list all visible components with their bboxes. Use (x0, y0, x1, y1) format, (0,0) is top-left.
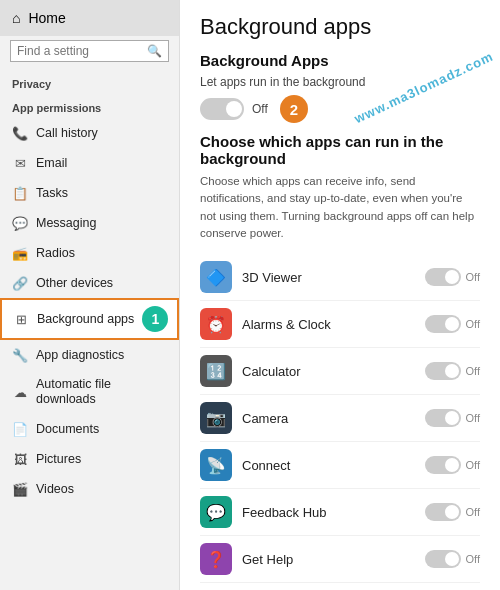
app-toggle-feedback-hub: Off (425, 503, 480, 521)
app-toggle-alarms-clock: Off (425, 315, 480, 333)
app-icon-camera: 📷 (200, 402, 232, 434)
sidebar-item-tasks-label: Tasks (36, 186, 68, 200)
main-toggle-row: Off 2 (200, 95, 480, 123)
page-title: Background apps (200, 14, 480, 40)
let-apps-label: Let apps run in the background (200, 75, 480, 89)
sidebar: ⌂ Home 🔍 Privacy App permissions 📞 Call … (0, 0, 180, 590)
search-input[interactable] (17, 44, 143, 58)
mini-toggle-calculator[interactable] (425, 362, 461, 380)
email-icon: ✉ (12, 155, 28, 171)
camera-icon: 📷 (206, 409, 226, 428)
videos-icon: 🎬 (12, 481, 28, 497)
alarms-clock-icon: ⏰ (206, 315, 226, 334)
app-icon-3d-viewer: 🔷 (200, 261, 232, 293)
search-icon: 🔍 (147, 44, 162, 58)
privacy-section-label: Privacy (0, 70, 179, 94)
app-toggle-camera: Off (425, 409, 480, 427)
app-name-calculator: Calculator (242, 364, 415, 379)
app-toggle-label-camera: Off (466, 412, 480, 424)
sidebar-item-background-apps-label: Background apps (37, 312, 134, 326)
app-row-groove-music: 🎵 Groove Music Off (200, 583, 480, 590)
app-row-camera: 📷 Camera Off (200, 395, 480, 442)
connect-icon: 📡 (206, 456, 226, 475)
app-name-connect: Connect (242, 458, 415, 473)
tasks-icon: 📋 (12, 185, 28, 201)
app-toggle-connect: Off (425, 456, 480, 474)
app-toggle-3d-viewer: Off (425, 268, 480, 286)
mini-toggle-get-help[interactable] (425, 550, 461, 568)
documents-icon: 📄 (12, 421, 28, 437)
app-name-camera: Camera (242, 411, 415, 426)
sidebar-item-radios-label: Radios (36, 246, 75, 260)
sidebar-item-videos-label: Videos (36, 482, 74, 496)
sidebar-home-button[interactable]: ⌂ Home (0, 0, 179, 36)
other-devices-icon: 🔗 (12, 275, 28, 291)
main-toggle-label: Off (252, 102, 268, 116)
app-toggle-label-alarms-clock: Off (466, 318, 480, 330)
sidebar-item-app-diagnostics[interactable]: 🔧 App diagnostics (0, 340, 179, 370)
main-background-toggle[interactable] (200, 98, 244, 120)
step1-badge: 1 (142, 306, 168, 332)
sidebar-item-email-label: Email (36, 156, 67, 170)
app-name-alarms-clock: Alarms & Clock (242, 317, 415, 332)
sidebar-item-messaging-label: Messaging (36, 216, 96, 230)
mini-toggle-camera[interactable] (425, 409, 461, 427)
app-name-3d-viewer: 3D Viewer (242, 270, 415, 285)
calculator-icon: 🔢 (206, 362, 226, 381)
app-row-get-help: ❓ Get Help Off (200, 536, 480, 583)
sidebar-item-pictures-label: Pictures (36, 452, 81, 466)
section-title: Background Apps (200, 52, 480, 69)
sidebar-item-documents[interactable]: 📄 Documents (0, 414, 179, 444)
app-icon-feedback-hub: 💬 (200, 496, 232, 528)
main-content: Background apps Background Apps Let apps… (180, 0, 500, 590)
sidebar-item-app-diagnostics-label: App diagnostics (36, 348, 124, 362)
app-toggle-label-connect: Off (466, 459, 480, 471)
sidebar-item-tasks[interactable]: 📋 Tasks (0, 178, 179, 208)
app-toggle-label-calculator: Off (466, 365, 480, 377)
mini-toggle-connect[interactable] (425, 456, 461, 474)
background-apps-icon: ⊞ (13, 311, 29, 327)
app-row-calculator: 🔢 Calculator Off (200, 348, 480, 395)
description: Choose which apps can receive info, send… (200, 173, 480, 242)
sidebar-item-pictures[interactable]: 🖼 Pictures (0, 444, 179, 474)
app-toggle-label-feedback-hub: Off (466, 506, 480, 518)
app-toggle-label-3d-viewer: Off (466, 271, 480, 283)
mini-toggle-3d-viewer[interactable] (425, 268, 461, 286)
sidebar-item-messaging[interactable]: 💬 Messaging (0, 208, 179, 238)
app-name-feedback-hub: Feedback Hub (242, 505, 415, 520)
sidebar-item-documents-label: Documents (36, 422, 99, 436)
toggle-knob (226, 101, 242, 117)
home-icon: ⌂ (12, 10, 20, 26)
sidebar-item-other-devices[interactable]: 🔗 Other devices (0, 268, 179, 298)
app-toggle-calculator: Off (425, 362, 480, 380)
app-diagnostics-icon: 🔧 (12, 347, 28, 363)
pictures-icon: 🖼 (12, 451, 28, 467)
app-row-connect: 📡 Connect Off (200, 442, 480, 489)
feedback-hub-icon: 💬 (206, 503, 226, 522)
app-toggle-get-help: Off (425, 550, 480, 568)
sidebar-item-other-devices-label: Other devices (36, 276, 113, 290)
radios-icon: 📻 (12, 245, 28, 261)
app-list: 🔷 3D Viewer Off ⏰ Alarms & Clock Off 🔢 C… (200, 254, 480, 590)
app-row-alarms-clock: ⏰ Alarms & Clock Off (200, 301, 480, 348)
app-name-get-help: Get Help (242, 552, 415, 567)
sidebar-item-radios[interactable]: 📻 Radios (0, 238, 179, 268)
sidebar-item-background-apps[interactable]: ⊞ Background apps 1 (0, 298, 179, 340)
sidebar-item-call-history[interactable]: 📞 Call history (0, 118, 179, 148)
sidebar-item-email[interactable]: ✉ Email (0, 148, 179, 178)
step2-badge: 2 (280, 95, 308, 123)
mini-toggle-alarms-clock[interactable] (425, 315, 461, 333)
app-row-feedback-hub: 💬 Feedback Hub Off (200, 489, 480, 536)
sidebar-item-videos[interactable]: 🎬 Videos (0, 474, 179, 504)
app-icon-calculator: 🔢 (200, 355, 232, 387)
mini-toggle-feedback-hub[interactable] (425, 503, 461, 521)
sidebar-item-automatic-file-downloads[interactable]: ☁ Automatic file downloads (0, 370, 179, 414)
choose-title: Choose which apps can run in the backgro… (200, 133, 480, 167)
sidebar-item-automatic-file-downloads-label: Automatic file downloads (36, 377, 167, 407)
home-label: Home (28, 10, 65, 26)
sidebar-item-call-history-label: Call history (36, 126, 98, 140)
app-row-3d-viewer: 🔷 3D Viewer Off (200, 254, 480, 301)
search-box[interactable]: 🔍 (10, 40, 169, 62)
automatic-file-downloads-icon: ☁ (12, 384, 28, 400)
get-help-icon: ❓ (206, 550, 226, 569)
